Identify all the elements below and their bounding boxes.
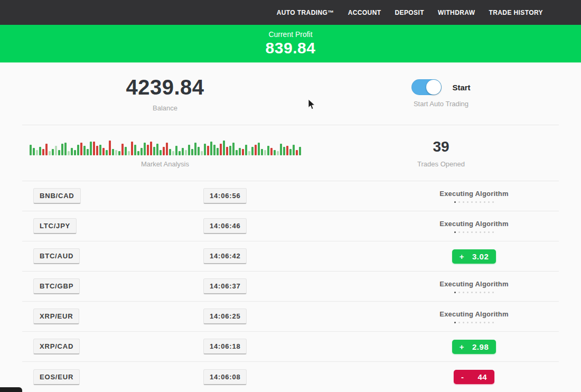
pair-badge: BTC/GBP (33, 278, 80, 294)
balance-block: 4239.84 Balance (0, 76, 330, 112)
progress-dots (454, 201, 494, 203)
trades-opened-label: Trades Opened (330, 160, 552, 168)
pair-badge: BTC/AUD (33, 248, 80, 264)
profit-badge: + 2.98 (452, 340, 496, 354)
nav-item-deposit[interactable]: DEPOSIT (395, 9, 424, 16)
loss-value: 44 (477, 372, 487, 381)
table-row: XRP/EUR 14:06:25 Executing Algorithm (22, 302, 559, 332)
pair-badge: LTC/JPY (33, 218, 77, 234)
trade-status: Executing Algorithm (417, 181, 531, 211)
current-profit-label: Current Profit (0, 30, 581, 39)
table-row: BTC/AUD 14:06:42 + 3.02 (22, 241, 559, 272)
loss-sign: - (461, 372, 464, 381)
trade-status: Executing Algorithm (417, 302, 531, 331)
trade-time: 14:06:25 (203, 309, 247, 324)
balance-label: Balance (0, 104, 330, 112)
profit-value: 3.02 (472, 252, 489, 261)
profit-sign: + (460, 252, 464, 261)
executing-algorithm-label: Executing Algorithm (439, 310, 508, 318)
table-row: EOS/EUR 14:06:08 - 44 (22, 362, 559, 392)
trade-time: 14:06:46 (203, 218, 247, 234)
trade-time: 14:06:56 (203, 188, 247, 204)
executing-algorithm-label: Executing Algorithm (439, 220, 508, 228)
progress-dots (454, 292, 494, 293)
auto-trading-label: Start Auto Trading (330, 100, 552, 108)
market-analysis-block: Market Analysis (0, 138, 330, 168)
loss-badge: - 44 (454, 370, 494, 384)
pair-badge: XRP/CAD (33, 339, 80, 354)
nav-item-account[interactable]: ACCOUNT (348, 9, 381, 16)
trade-time: 14:06:37 (203, 278, 247, 294)
trade-time: 14:06:08 (203, 369, 247, 385)
stats-row-market: Market Analysis 39 Trades Opened (0, 125, 581, 181)
current-profit-banner: Current Profit 839.84 (0, 25, 581, 62)
pair-badge: BNB/CAD (33, 188, 81, 204)
trade-status: Executing Algorithm (417, 272, 531, 301)
pair-badge: XRP/EUR (33, 309, 79, 324)
trade-status: Executing Algorithm (417, 211, 531, 241)
table-row: BTC/GBP 14:06:37 Executing Algorithm (22, 272, 559, 302)
trade-status: - 44 (417, 362, 531, 392)
auto-trading-toggle[interactable] (411, 79, 442, 95)
trade-status: + 3.02 (417, 241, 531, 271)
trades-opened-value: 39 (330, 138, 552, 155)
nav-item-withdraw[interactable]: WITHDRAW (438, 9, 475, 16)
table-row: XRP/CAD 14:06:18 + 2.98 (22, 332, 559, 362)
executing-algorithm-label: Executing Algorithm (439, 190, 508, 198)
nav-item-trade-history[interactable]: TRADE HISTORY (489, 9, 543, 16)
profit-sign: + (460, 342, 464, 351)
top-navigation: AUTO TRADING™ ACCOUNT DEPOSIT WITHDRAW T… (0, 0, 581, 25)
executing-algorithm-label: Executing Algorithm (439, 280, 508, 288)
balance-value: 4239.84 (0, 76, 330, 99)
trades-table: BNB/CAD 14:06:56 Executing Algorithm LTC… (22, 181, 559, 392)
profit-badge: + 3.02 (452, 249, 496, 264)
trade-time: 14:06:42 (203, 248, 247, 264)
profit-value: 2.98 (472, 342, 489, 351)
toggle-knob (426, 80, 441, 95)
market-analysis-label: Market Analysis (0, 160, 330, 168)
progress-dots (454, 322, 494, 323)
table-row: BNB/CAD 14:06:56 Executing Algorithm (22, 181, 559, 211)
nav-item-auto-trading[interactable]: AUTO TRADING™ (277, 9, 334, 16)
pair-badge: EOS/EUR (33, 369, 80, 385)
market-analysis-chart (0, 138, 330, 155)
auto-trading-block: Start Start Auto Trading (330, 79, 552, 108)
trades-opened-block: 39 Trades Opened (330, 138, 552, 168)
toggle-start-label: Start (452, 83, 470, 92)
trade-status: + 2.98 (417, 332, 531, 361)
progress-dots (454, 231, 494, 233)
trade-time: 14:06:18 (203, 339, 247, 354)
corner-artifact (0, 387, 22, 392)
current-profit-value: 839.84 (0, 39, 581, 57)
table-row: LTC/JPY 14:06:46 Executing Algorithm (22, 211, 559, 241)
stats-row-balance: 4239.84 Balance Start Start Auto Trading (0, 62, 581, 125)
